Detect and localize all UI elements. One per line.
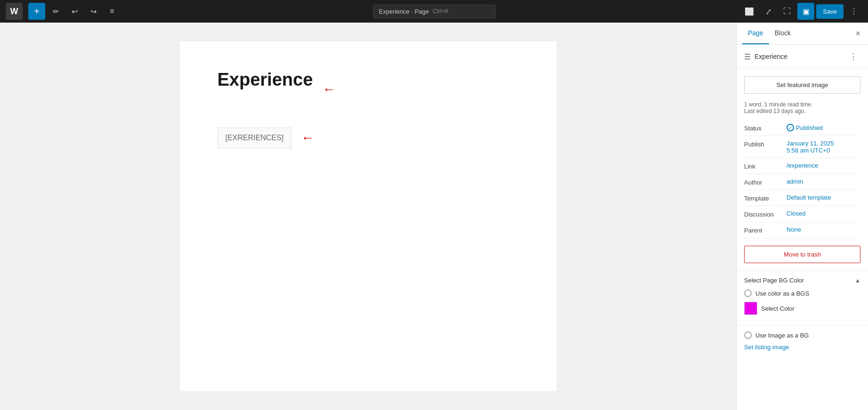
wp-logo[interactable]: W: [6, 3, 23, 20]
bg-section-title: Select Page BG Color: [744, 277, 804, 284]
page-menu-button[interactable]: ⋮: [846, 50, 860, 63]
toolbar: W + ✏ ↩ ↪ ≡ Experience · Page Ctrl+K ⬜ ⤤…: [0, 0, 868, 23]
publish-row: Publish January 11, 2025 5:58 am UTC+0: [744, 136, 860, 158]
link-label: Link: [744, 162, 787, 170]
template-label: Template: [744, 194, 787, 202]
toolbar-right: ⬜ ⤤ ⛶ ▣ Save ⋮: [741, 3, 862, 20]
featured-image-section: Set featured image: [737, 69, 868, 101]
select-color-button[interactable]: Select Color: [761, 305, 795, 312]
status-section: Status ✓ Published Publish January 11, 2…: [737, 120, 868, 238]
template-value[interactable]: Default template: [787, 194, 831, 201]
list-view-button[interactable]: ≡: [104, 3, 121, 20]
arrow-placeholder-icon: ←: [301, 130, 314, 145]
featured-image-button[interactable]: Set featured image: [744, 76, 860, 94]
use-image-label: Use Image as a BG: [755, 332, 809, 339]
author-row: Author admin: [744, 174, 860, 190]
page-icon: ☰: [744, 52, 751, 61]
status-text: Published: [796, 124, 823, 131]
panel-close-button[interactable]: ×: [853, 27, 862, 40]
image-bg-section: Use Image as a BG Set listing image: [737, 325, 868, 356]
use-image-row: Use Image as a BG: [744, 331, 860, 339]
page-header: ☰ Experience ⋮: [737, 45, 868, 69]
discussion-value[interactable]: Closed: [787, 210, 805, 217]
publish-time: 5:58 am UTC+0: [787, 147, 834, 154]
edit-button[interactable]: ✏: [47, 3, 64, 20]
publish-label: Publish: [744, 140, 787, 148]
publish-value[interactable]: January 11, 2025 5:58 am UTC+0: [787, 140, 834, 154]
panel-toggle-button[interactable]: ▣: [797, 3, 814, 20]
page-header-title: Experience: [754, 53, 843, 60]
use-color-row: Use color as a BGS: [744, 289, 860, 297]
add-block-button[interactable]: +: [28, 3, 45, 20]
move-to-trash-button[interactable]: Move to trash: [744, 246, 860, 263]
use-color-radio[interactable]: [744, 289, 752, 297]
color-picker-row: Select Color: [744, 302, 860, 315]
undo-button[interactable]: ↩: [66, 3, 83, 20]
tab-block[interactable]: Block: [769, 23, 796, 44]
arrow-title-icon: ←: [322, 82, 335, 97]
bg-collapse-button[interactable]: ▲: [855, 277, 860, 284]
tab-page[interactable]: Page: [742, 23, 769, 44]
right-panel: Page Block × ☰ Experience ⋮ Set featured…: [736, 23, 868, 410]
discussion-label: Discussion: [744, 210, 787, 218]
status-row: Status ✓ Published: [744, 120, 860, 136]
fullscreen-button[interactable]: ⛶: [779, 3, 795, 20]
toolbar-center: Experience · Page Ctrl+K: [373, 5, 495, 18]
parent-value[interactable]: None: [787, 226, 801, 233]
bg-section-header: Select Page BG Color ▲: [744, 277, 860, 284]
editor-canvas[interactable]: Experience ← [EXRERIENCES] ←: [0, 23, 736, 410]
page-title[interactable]: Experience: [218, 70, 313, 90]
options-button[interactable]: ⋮: [845, 3, 862, 20]
status-value[interactable]: ✓ Published: [787, 124, 823, 131]
bg-color-section: Select Page BG Color ▲ Use color as a BG…: [737, 271, 868, 325]
panel-tabs: Page Block ×: [737, 23, 868, 45]
save-button[interactable]: Save: [816, 4, 844, 19]
template-row: Template Default template: [744, 190, 860, 206]
meta-info: 1 word, 1 minute read time. Last edited …: [737, 101, 868, 114]
status-check-icon: ✓: [787, 124, 794, 131]
search-shortcut: Ctrl+K: [433, 8, 449, 15]
parent-label: Parent: [744, 226, 787, 234]
search-bar[interactable]: Experience · Page Ctrl+K: [373, 5, 495, 18]
author-label: Author: [744, 178, 787, 186]
redo-button[interactable]: ↪: [85, 3, 102, 20]
author-value[interactable]: admin: [787, 178, 803, 185]
use-image-radio[interactable]: [744, 331, 752, 339]
view-button[interactable]: ⬜: [741, 3, 758, 20]
link-value[interactable]: /experience: [787, 162, 818, 169]
link-row: Link /experience: [744, 158, 860, 174]
use-color-label: Use color as a BGS: [755, 290, 809, 297]
set-listing-link[interactable]: Set listing image: [744, 344, 860, 351]
last-edited-text: Last edited 13 days ago.: [744, 108, 860, 114]
discussion-row: Discussion Closed: [744, 206, 860, 222]
toolbar-left: W + ✏ ↩ ↪ ≡: [6, 3, 121, 20]
page-placeholder[interactable]: [EXRERIENCES]: [218, 128, 292, 148]
publish-date: January 11, 2025: [787, 140, 834, 147]
external-link-button[interactable]: ⤤: [760, 3, 777, 20]
status-label: Status: [744, 124, 787, 132]
main-area: Experience ← [EXRERIENCES] ← Page Block …: [0, 23, 868, 410]
parent-row: Parent None: [744, 222, 860, 238]
page-content: Experience ← [EXRERIENCES] ←: [180, 41, 557, 391]
color-swatch[interactable]: [744, 302, 757, 315]
word-count-text: 1 word, 1 minute read time.: [744, 101, 860, 108]
search-bar-text: Experience · Page: [379, 8, 429, 15]
